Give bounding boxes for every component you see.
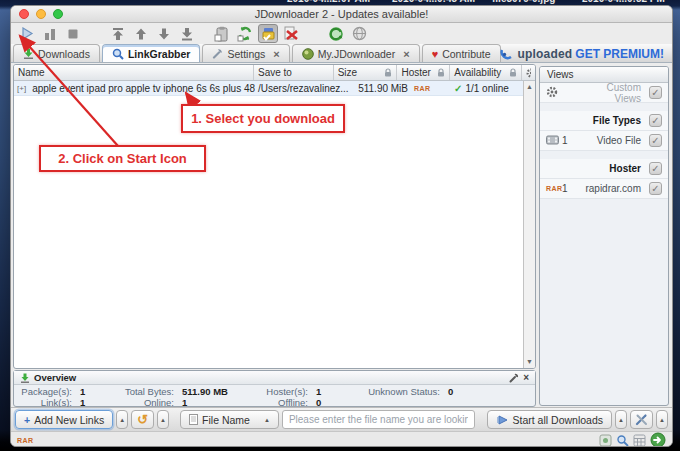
myjd-globe-icon — [302, 48, 314, 60]
start-downloads-button[interactable] — [17, 24, 37, 43]
overview-settings-icon[interactable] — [509, 373, 519, 383]
download-arrow-icon — [23, 48, 34, 59]
views-row-file-types[interactable]: File Types ✓ — [540, 111, 668, 131]
views-row-label: rapidrar.com — [584, 183, 641, 194]
uploaded-brand-label: uploaded — [517, 47, 572, 61]
tab-label: LinkGrabber — [128, 48, 190, 60]
clipboard-monitor-icon[interactable] — [599, 434, 612, 447]
paste-links-button[interactable] — [212, 24, 232, 43]
play-icon — [21, 27, 34, 40]
column-header-save-to[interactable]: Save to — [254, 65, 334, 80]
file-icon — [189, 414, 198, 425]
tab-downloads[interactable]: Downloads — [13, 44, 100, 62]
overview-stats: Package(s): 1 Total Bytes: 511.90 MB Hos… — [14, 385, 535, 408]
dropdown-icon: ▲ — [264, 417, 270, 423]
plus-icon: + — [24, 414, 30, 426]
search-status-icon[interactable] — [616, 434, 629, 447]
save-to-path: /Users/rezavalinez... — [258, 83, 349, 94]
lock-icon — [437, 68, 445, 77]
gear-icon — [526, 68, 531, 78]
stat-label: Package(s): — [14, 386, 72, 397]
stop-downloads-button[interactable] — [63, 24, 83, 43]
gear-icon — [546, 86, 558, 98]
stat-label: Hoster(s): — [252, 386, 308, 397]
filename-search-input[interactable] — [282, 410, 475, 429]
stop-icon — [67, 28, 79, 40]
online-check-icon: ✓ — [454, 83, 462, 94]
checkbox-checked[interactable]: ✓ — [649, 114, 662, 127]
stat-value: 1 — [308, 386, 348, 397]
confirm-package-icon — [261, 26, 276, 41]
checkbox-checked[interactable]: ✓ — [649, 134, 662, 147]
auto-confirm-button[interactable] — [258, 24, 278, 43]
column-header-size[interactable]: Size — [334, 65, 398, 80]
views-row-rapidrar[interactable]: RAR 1 rapidrar.com ✓ — [540, 179, 668, 199]
start-all-dropdown-button[interactable]: ▲ — [615, 410, 627, 429]
remote-view-button[interactable] — [349, 24, 369, 43]
close-overview-icon[interactable]: × — [523, 372, 529, 383]
undo-button[interactable]: ↺ — [131, 410, 154, 429]
filter-type-selector[interactable]: File Name ▲ — [180, 410, 279, 429]
settings-tools-button[interactable] — [630, 410, 653, 429]
checkbox-checked[interactable]: ✓ — [649, 162, 662, 175]
tools-dropdown-button[interactable]: ▲ — [656, 410, 668, 429]
go-status-icon[interactable] — [650, 432, 666, 447]
jdownloader-window: JDownloader 2 - Updates available! — [10, 5, 673, 447]
table-settings-button[interactable] — [522, 65, 535, 80]
uploaded-premium-banner[interactable]: uploaded GET PREMIUM! — [499, 47, 664, 61]
tab-linkgrabber[interactable]: LinkGrabber — [102, 44, 200, 62]
arrow-to-top-icon — [111, 27, 125, 41]
window-title: JDownloader 2 - Updates available! — [11, 8, 672, 20]
checkbox-checked[interactable]: ✓ — [649, 182, 662, 195]
stat-label: Unknown Status: — [348, 386, 440, 397]
move-down-button[interactable] — [154, 24, 174, 43]
table-scrollbar[interactable]: ▲ ▼ — [523, 81, 535, 368]
reconnect-icon — [328, 26, 344, 42]
views-row-video-file[interactable]: 1 Video File ✓ — [540, 131, 668, 151]
video-icon — [546, 135, 559, 145]
overview-icon — [20, 373, 30, 383]
move-to-bottom-button[interactable] — [177, 24, 197, 43]
arrow-to-bottom-icon — [180, 27, 194, 41]
start-all-downloads-button[interactable]: Start all Downloads — [487, 410, 612, 429]
pause-downloads-button[interactable] — [40, 24, 60, 43]
tab-settings[interactable]: Settings × — [202, 44, 289, 62]
views-row-custom-views[interactable]: Custom Views ✓ — [540, 83, 668, 103]
pause-icon — [43, 27, 57, 41]
tab-contribute[interactable]: ♥ Contribute — [422, 44, 501, 62]
reconnect-button[interactable] — [326, 24, 346, 43]
package-row[interactable]: [+] apple event ipad pro apple tv iphone… — [14, 81, 535, 96]
refresh-links-button[interactable] — [235, 24, 255, 43]
delete-icon — [283, 26, 299, 42]
add-new-links-button[interactable]: + Add New Links — [15, 410, 113, 429]
move-up-button[interactable] — [131, 24, 151, 43]
add-links-dropdown-button[interactable]: ▲ — [116, 410, 128, 429]
refresh-icon — [237, 26, 253, 42]
scroll-down-button[interactable]: ▼ — [524, 356, 535, 368]
lock-icon — [509, 68, 517, 77]
grid-status-icon[interactable] — [633, 434, 646, 447]
tab-label: My.JDownloader — [318, 48, 395, 60]
arrow-up-icon — [134, 27, 148, 41]
titlebar: JDownloader 2 - Updates available! — [11, 6, 672, 23]
column-header-availability[interactable]: Availability — [450, 65, 522, 80]
overview-panel: Overview × Package(s): 1 Total Bytes: 51… — [13, 370, 536, 407]
move-to-top-button[interactable] — [108, 24, 128, 43]
tab-myjdownloader[interactable]: My.JDownloader × — [292, 44, 420, 62]
background-file-label: 2010-04...2:07 AM — [287, 0, 370, 4]
undo-dropdown-button[interactable]: ▲ — [157, 410, 169, 429]
expander-icon[interactable]: [+] — [17, 84, 26, 93]
views-row-hoster[interactable]: Hoster ✓ — [540, 159, 668, 179]
scroll-up-button[interactable]: ▲ — [524, 81, 535, 93]
linkgrabber-icon — [112, 48, 124, 60]
tools-wrench-icon — [635, 413, 648, 426]
checkbox-checked[interactable]: ✓ — [649, 86, 662, 99]
close-tab-icon[interactable]: × — [273, 48, 279, 60]
column-header-hoster[interactable]: Hoster — [397, 65, 450, 80]
uploaded-logo-icon — [499, 48, 514, 61]
close-tab-icon[interactable]: × — [403, 48, 409, 60]
delete-links-button[interactable] — [281, 24, 301, 43]
views-row-count: 1 — [562, 183, 584, 194]
column-header-name[interactable]: Name — [14, 65, 254, 80]
annotation-step-1: 1. Select you download — [181, 104, 345, 133]
